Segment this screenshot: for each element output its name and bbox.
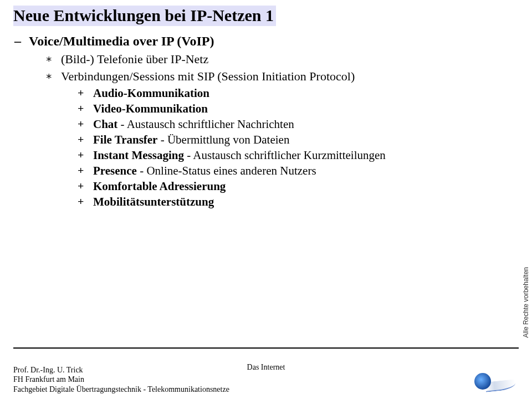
bullet-level3: + Instant Messaging - Austausch schriftl… <box>78 149 519 163</box>
asterisk-marker: ∗ <box>45 52 59 68</box>
footer-left: Prof. Dr.-Ing. U. Trick FH Frankfurt am … <box>13 365 229 395</box>
bullet-level3-text: Video-Kommunikation <box>93 102 208 115</box>
dash-marker: – <box>14 34 27 49</box>
bullet-level3-text: File Transfer - Übermittlung von Dateien <box>93 133 289 146</box>
footer: Prof. Dr.-Ing. U. Trick FH Frankfurt am … <box>13 365 519 395</box>
bullet-level2-text: (Bild-) Telefonie über IP-Netz <box>61 52 208 66</box>
plus-marker: + <box>78 149 91 163</box>
plus-marker: + <box>78 164 91 178</box>
bullet-level1: – Voice/Multimedia over IP (VoIP) <box>14 34 519 49</box>
rights-text: Alle Rechte vorbehalten <box>522 267 530 337</box>
bullet-level3-text: Komfortable Adressierung <box>93 180 226 193</box>
plus-marker: + <box>78 133 91 147</box>
plus-marker: + <box>78 102 91 116</box>
footer-institution: FH Frankfurt am Main <box>13 375 229 385</box>
bullet-level3-text: Mobilitätsunterstützung <box>93 195 214 208</box>
bullet-level3: + Presence - Online-Status eines anderen… <box>78 164 519 178</box>
bullet-level3-text: Audio-Kommunikation <box>93 86 209 100</box>
bullet-level2-text: Verbindungen/Sessions mit SIP (Session I… <box>61 69 355 83</box>
footer-department: Fachgebiet Digitale Übertragungstechnik … <box>13 385 229 395</box>
bullet-level3: + Komfortable Adressierung <box>78 180 519 194</box>
bullet-level3: + Chat - Austausch schriftlicher Nachric… <box>78 117 519 132</box>
separator-line <box>13 347 519 349</box>
logo <box>469 369 519 394</box>
plus-marker: + <box>78 86 91 101</box>
plus-marker: + <box>78 180 91 194</box>
slide-content: – Voice/Multimedia over IP (VoIP) ∗ (Bil… <box>13 34 519 209</box>
footer-author: Prof. Dr.-Ing. U. Trick <box>13 365 229 375</box>
bullet-level2: ∗ Verbindungen/Sessions mit SIP (Session… <box>45 69 519 85</box>
bullet-level3: + Audio-Kommunikation <box>78 86 519 101</box>
bullet-level3: + Video-Kommunikation <box>78 102 519 116</box>
plus-marker: + <box>78 195 91 209</box>
footer-center: Das Internet <box>247 363 285 372</box>
bullet-level3: + File Transfer - Übermittlung von Datei… <box>78 133 519 147</box>
bullet-level1-text: Voice/Multimedia over IP (VoIP) <box>29 34 214 48</box>
slide-title: Neue Entwicklungen bei IP-Netzen 1 <box>13 6 276 26</box>
plus-marker: + <box>78 117 91 132</box>
bullet-level3-text: Presence - Online-Status eines anderen N… <box>93 164 316 177</box>
bullet-level2: ∗ (Bild-) Telefonie über IP-Netz <box>45 52 519 68</box>
asterisk-marker: ∗ <box>45 69 59 85</box>
bullet-level3-text: Chat - Austausch schriftlicher Nachricht… <box>93 117 294 131</box>
bullet-level3: + Mobilitätsunterstützung <box>78 195 519 209</box>
bullet-level3-text: Instant Messaging - Austausch schriftlic… <box>93 149 386 162</box>
